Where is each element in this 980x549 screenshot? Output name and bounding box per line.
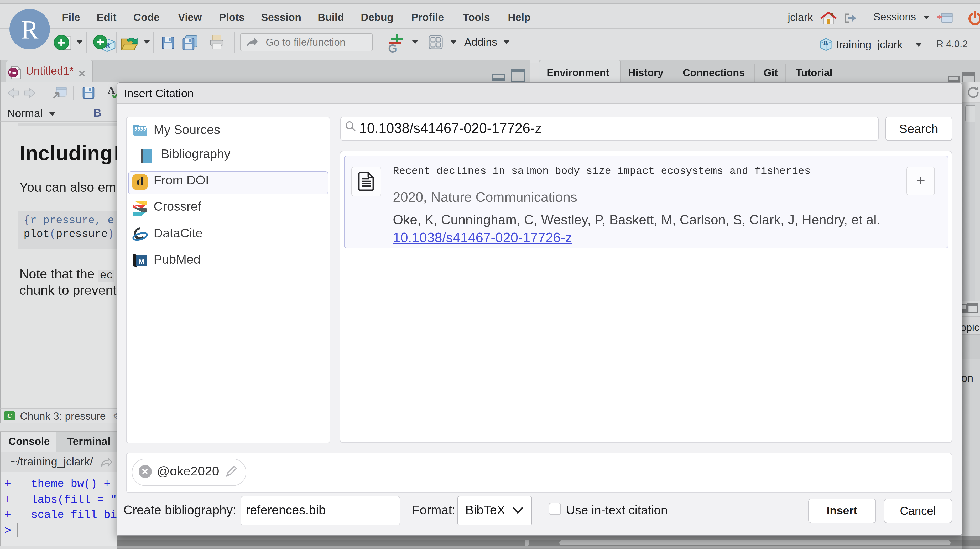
svg-text:M: M — [138, 257, 145, 265]
svg-text:Rmd: Rmd — [9, 70, 18, 75]
svg-text:R: R — [824, 40, 828, 46]
svg-text:”: ” — [140, 124, 147, 137]
